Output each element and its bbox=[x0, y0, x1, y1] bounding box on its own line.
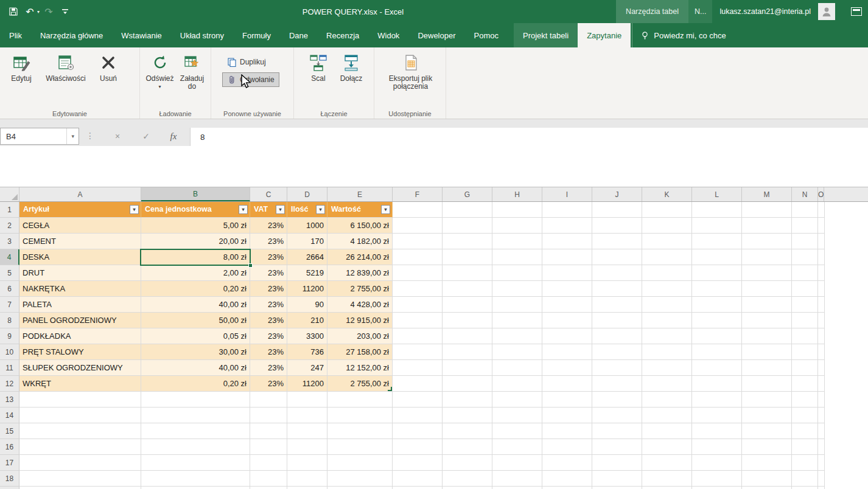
cell-E14[interactable] bbox=[327, 408, 393, 423]
row-header-3[interactable]: 3 bbox=[0, 234, 19, 249]
cell-N11[interactable] bbox=[792, 360, 818, 376]
cell-M14[interactable] bbox=[742, 408, 792, 423]
cell-B14[interactable] bbox=[141, 408, 250, 423]
cell-C14[interactable] bbox=[250, 408, 287, 423]
cell-B9[interactable]: 0,05 zł bbox=[141, 328, 250, 344]
cell-D13[interactable] bbox=[287, 392, 327, 408]
cell-B4[interactable]: 8,00 zł bbox=[141, 249, 250, 265]
cell-K13[interactable] bbox=[642, 392, 692, 408]
cell-I2[interactable] bbox=[542, 218, 592, 234]
column-header-N[interactable]: N bbox=[792, 187, 818, 201]
cell-E17[interactable] bbox=[327, 455, 393, 471]
cell-A16[interactable] bbox=[19, 439, 141, 455]
cell-I5[interactable] bbox=[542, 265, 592, 281]
cell-I13[interactable] bbox=[542, 392, 592, 408]
cell-O1[interactable] bbox=[818, 202, 825, 218]
cell-G14[interactable] bbox=[443, 408, 492, 423]
cell-F19[interactable] bbox=[393, 487, 443, 489]
table-resize-handle[interactable] bbox=[388, 387, 392, 391]
cell-F14[interactable] bbox=[393, 408, 443, 423]
cell-C19[interactable] bbox=[250, 487, 287, 489]
cell-L15[interactable] bbox=[692, 423, 742, 439]
cell-K15[interactable] bbox=[642, 423, 692, 439]
merge-button[interactable]: Scal bbox=[303, 50, 334, 106]
row-header-15[interactable]: 15 bbox=[0, 423, 19, 439]
cell-E19[interactable] bbox=[327, 487, 393, 489]
cell-C15[interactable] bbox=[250, 423, 287, 439]
cell-N6[interactable] bbox=[792, 281, 818, 297]
cell-E8[interactable]: 12 915,00 zł bbox=[327, 313, 393, 328]
cell-N7[interactable] bbox=[792, 297, 818, 313]
cell-A8[interactable]: PANEL OGRODZENIOWY bbox=[19, 313, 141, 328]
filter-button[interactable]: ▾ bbox=[239, 205, 248, 214]
cell-G17[interactable] bbox=[443, 455, 492, 471]
cell-G16[interactable] bbox=[443, 439, 492, 455]
cell-D5[interactable]: 5219 bbox=[287, 265, 327, 281]
avatar[interactable] bbox=[818, 3, 835, 20]
cell-A19[interactable] bbox=[19, 487, 141, 489]
cell-H9[interactable] bbox=[492, 328, 542, 344]
cell-K3[interactable] bbox=[642, 234, 692, 249]
cell-L14[interactable] bbox=[692, 408, 742, 423]
cell-F18[interactable] bbox=[393, 471, 443, 487]
formula-bar-expanded[interactable] bbox=[0, 146, 868, 187]
cell-N4[interactable] bbox=[792, 249, 818, 265]
delete-query-button[interactable]: Usuń bbox=[93, 50, 124, 106]
cell-C16[interactable] bbox=[250, 439, 287, 455]
column-header-A[interactable]: A bbox=[19, 187, 141, 201]
cell-H12[interactable] bbox=[492, 376, 542, 392]
cell-E13[interactable] bbox=[327, 392, 393, 408]
cell-H4[interactable] bbox=[492, 249, 542, 265]
cell-G10[interactable] bbox=[443, 344, 492, 360]
cell-C12[interactable]: 23% bbox=[250, 376, 287, 392]
cell-D16[interactable] bbox=[287, 439, 327, 455]
cell-M11[interactable] bbox=[742, 360, 792, 376]
cell-D2[interactable]: 1000 bbox=[287, 218, 327, 234]
cell-G4[interactable] bbox=[443, 249, 492, 265]
cell-I10[interactable] bbox=[542, 344, 592, 360]
cell-I15[interactable] bbox=[542, 423, 592, 439]
insert-function-button[interactable]: fx bbox=[164, 128, 183, 145]
cell-N9[interactable] bbox=[792, 328, 818, 344]
filter-button[interactable]: ▾ bbox=[316, 205, 325, 214]
cell-F16[interactable] bbox=[393, 439, 443, 455]
column-header-C[interactable]: C bbox=[250, 187, 287, 201]
cell-D9[interactable]: 3300 bbox=[287, 328, 327, 344]
cell-F7[interactable] bbox=[393, 297, 443, 313]
cell-B2[interactable]: 5,00 zł bbox=[141, 218, 250, 234]
tab-dane[interactable]: Dane bbox=[280, 23, 317, 47]
tab-plik[interactable]: Plik bbox=[0, 23, 31, 47]
cell-B7[interactable]: 40,00 zł bbox=[141, 297, 250, 313]
cell-M18[interactable] bbox=[742, 471, 792, 487]
cell-M19[interactable] bbox=[742, 487, 792, 489]
row-header-16[interactable]: 16 bbox=[0, 439, 19, 455]
properties-button[interactable]: Właściwości bbox=[39, 50, 93, 106]
cell-D15[interactable] bbox=[287, 423, 327, 439]
cell-E6[interactable]: 2 755,00 zł bbox=[327, 281, 393, 297]
cell-A11[interactable]: SŁUPEK OGRODZENIOWY bbox=[19, 360, 141, 376]
cell-L11[interactable] bbox=[692, 360, 742, 376]
cell-F8[interactable] bbox=[393, 313, 443, 328]
cell-H2[interactable] bbox=[492, 218, 542, 234]
cell-C4[interactable]: 23% bbox=[250, 249, 287, 265]
cell-A17[interactable] bbox=[19, 455, 141, 471]
column-header-J[interactable]: J bbox=[592, 187, 642, 201]
cell-F2[interactable] bbox=[393, 218, 443, 234]
cell-L3[interactable] bbox=[692, 234, 742, 249]
cell-H18[interactable] bbox=[492, 471, 542, 487]
row-header-2[interactable]: 2 bbox=[0, 218, 19, 234]
account-name[interactable]: lukasz.szatan21@interia.pl bbox=[712, 7, 818, 16]
column-header-E[interactable]: E bbox=[327, 187, 393, 201]
cell-J10[interactable] bbox=[592, 344, 642, 360]
cell-K12[interactable] bbox=[642, 376, 692, 392]
cell-O15[interactable] bbox=[818, 423, 825, 439]
cell-M1[interactable] bbox=[742, 202, 792, 218]
cell-G2[interactable] bbox=[443, 218, 492, 234]
cell-K11[interactable] bbox=[642, 360, 692, 376]
cell-I19[interactable] bbox=[542, 487, 592, 489]
cell-O10[interactable] bbox=[818, 344, 825, 360]
cell-J17[interactable] bbox=[592, 455, 642, 471]
cell-J14[interactable] bbox=[592, 408, 642, 423]
cell-L5[interactable] bbox=[692, 265, 742, 281]
cell-L2[interactable] bbox=[692, 218, 742, 234]
